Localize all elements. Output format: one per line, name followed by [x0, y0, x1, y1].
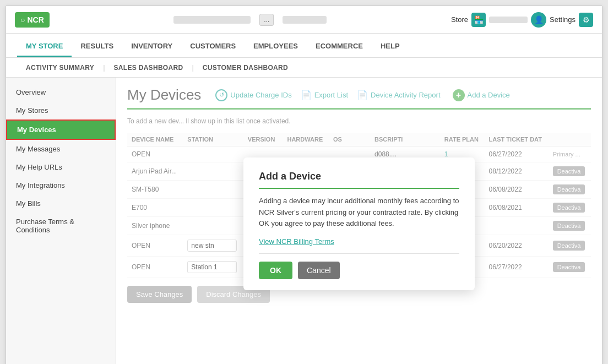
- view-billing-terms-link[interactable]: View NCR Billing Terms: [259, 237, 334, 246]
- top-bar-center: ...: [56, 14, 444, 26]
- sub-nav-activity-summary[interactable]: ACTIVITY SUMMARY: [17, 59, 103, 76]
- sidebar-item-my-stores[interactable]: My Stores: [6, 101, 116, 119]
- sidebar: Overview My Stores My Devices My Message…: [6, 78, 116, 364]
- ellipsis-button[interactable]: ...: [259, 14, 274, 26]
- nav-customers[interactable]: CUSTOMERS: [181, 35, 245, 57]
- store-icon: 🏪: [471, 13, 486, 27]
- sidebar-item-my-help-urls[interactable]: My Help URLs: [6, 158, 116, 176]
- nav-my-store[interactable]: MY STORE: [17, 35, 72, 57]
- sidebar-item-my-messages[interactable]: My Messages: [6, 140, 116, 158]
- modal-cancel-button[interactable]: Cancel: [298, 262, 340, 279]
- modal-overlay: Add a Device Adding a device may incur a…: [116, 78, 602, 364]
- main-nav: MY STORE RESULTS INVENTORY CUSTOMERS EMP…: [6, 34, 602, 58]
- sub-nav: ACTIVITY SUMMARY | SALES DASHBOARD | CUS…: [6, 58, 602, 78]
- modal-body: Adding a device may incur additional mon…: [259, 195, 459, 230]
- modal-divider: [259, 253, 459, 254]
- nav-employees[interactable]: EMPLOYEES: [245, 35, 307, 57]
- nav-inventory[interactable]: INVENTORY: [122, 35, 181, 57]
- settings-area: Settings ⚙: [550, 13, 593, 27]
- page-layout: Overview My Stores My Devices My Message…: [6, 78, 602, 364]
- top-bar: ○NCR ... Store 🏪 👤 Settings ⚙: [6, 6, 602, 34]
- sidebar-item-overview[interactable]: Overview: [6, 83, 116, 101]
- sub-nav-customer-dashboard[interactable]: CUSTOMER DASHBOARD: [194, 59, 297, 76]
- gear-icon[interactable]: ⚙: [579, 13, 593, 27]
- nav-help[interactable]: HELP: [372, 35, 409, 57]
- store-blurred: [489, 17, 528, 23]
- sidebar-item-my-devices[interactable]: My Devices: [6, 119, 116, 140]
- sidebar-item-purchase-terms[interactable]: Purchase Terms & Conditions: [6, 213, 116, 239]
- sidebar-item-my-bills[interactable]: My Bills: [6, 194, 116, 213]
- add-device-modal: Add a Device Adding a device may incur a…: [243, 157, 475, 290]
- sidebar-item-my-integrations[interactable]: My Integrations: [6, 176, 116, 194]
- store-name-blurred: [173, 16, 251, 24]
- store-area: Store 🏪 👤 Settings ⚙: [451, 12, 593, 28]
- user-blurred: [283, 16, 327, 24]
- store-label: Store: [451, 15, 468, 24]
- nav-results[interactable]: RESULTS: [72, 35, 122, 57]
- settings-label: Settings: [550, 15, 576, 24]
- main-content: My Devices ↺ Update Charge IDs 📄 Export …: [116, 78, 602, 364]
- user-icon: 👤: [531, 12, 546, 28]
- modal-ok-button[interactable]: OK: [259, 262, 292, 279]
- modal-title: Add a Device: [259, 171, 459, 189]
- sub-nav-sales-dashboard[interactable]: SALES DASHBOARD: [105, 59, 192, 76]
- modal-actions: OK Cancel: [259, 262, 459, 279]
- ncr-logo: ○NCR: [15, 12, 50, 28]
- nav-ecommerce[interactable]: ECOMMERCE: [307, 35, 372, 57]
